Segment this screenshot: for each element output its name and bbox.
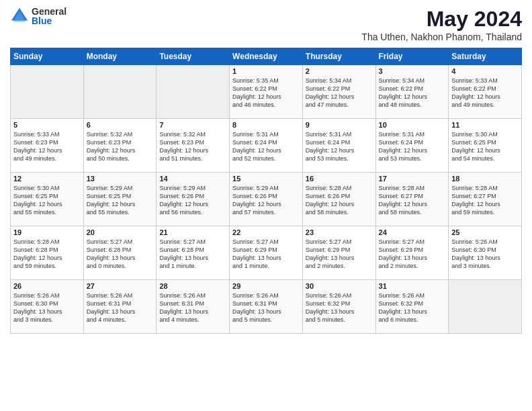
calendar-cell: 30Sunrise: 5:26 AM Sunset: 6:32 PM Dayli… (302, 280, 375, 334)
day-number: 4 (451, 67, 519, 75)
calendar-cell: 13Sunrise: 5:29 AM Sunset: 6:25 PM Dayli… (83, 173, 157, 226)
calendar-cell: 18Sunrise: 5:28 AM Sunset: 6:27 PM Dayli… (449, 173, 522, 226)
day-info: Sunrise: 5:29 AM Sunset: 6:25 PM Dayligh… (87, 184, 154, 217)
day-number: 5 (13, 121, 81, 129)
calendar-cell: 9Sunrise: 5:31 AM Sunset: 6:24 PM Daylig… (302, 119, 375, 173)
calendar-cell: 14Sunrise: 5:29 AM Sunset: 6:26 PM Dayli… (157, 173, 230, 226)
day-number: 19 (13, 228, 81, 236)
calendar-cell: 29Sunrise: 5:26 AM Sunset: 6:31 PM Dayli… (230, 280, 303, 334)
day-number: 12 (13, 175, 81, 183)
calendar-cell: 31Sunrise: 5:26 AM Sunset: 6:32 PM Dayli… (375, 280, 449, 334)
day-number: 24 (379, 228, 446, 236)
calendar-cell: 17Sunrise: 5:28 AM Sunset: 6:27 PM Dayli… (375, 173, 449, 226)
calendar-cell: 26Sunrise: 5:26 AM Sunset: 6:30 PM Dayli… (11, 280, 84, 334)
calendar-cell: 11Sunrise: 5:30 AM Sunset: 6:25 PM Dayli… (449, 119, 522, 173)
calendar-cell: 24Sunrise: 5:27 AM Sunset: 6:29 PM Dayli… (375, 226, 449, 280)
day-number: 22 (232, 228, 300, 236)
day-number: 31 (379, 282, 446, 290)
day-number: 30 (306, 282, 373, 290)
calendar-cell (83, 65, 157, 119)
day-number: 9 (306, 121, 373, 129)
day-number: 29 (232, 282, 300, 290)
calendar-table: SundayMondayTuesdayWednesdayThursdayFrid… (10, 48, 522, 334)
day-info: Sunrise: 5:30 AM Sunset: 6:25 PM Dayligh… (451, 130, 519, 163)
day-info: Sunrise: 5:27 AM Sunset: 6:29 PM Dayligh… (306, 238, 373, 271)
day-info: Sunrise: 5:35 AM Sunset: 6:22 PM Dayligh… (232, 77, 300, 109)
day-number: 15 (232, 175, 300, 183)
calendar-cell (11, 65, 84, 119)
header-wednesday: Wednesday (230, 48, 303, 65)
calendar-cell: 3Sunrise: 5:34 AM Sunset: 6:22 PM Daylig… (375, 65, 449, 119)
day-info: Sunrise: 5:27 AM Sunset: 6:29 PM Dayligh… (232, 238, 300, 271)
calendar-cell: 8Sunrise: 5:31 AM Sunset: 6:24 PM Daylig… (230, 119, 303, 173)
day-info: Sunrise: 5:26 AM Sunset: 6:30 PM Dayligh… (13, 291, 81, 324)
day-number: 27 (87, 282, 154, 290)
calendar-cell: 6Sunrise: 5:32 AM Sunset: 6:23 PM Daylig… (83, 119, 157, 173)
day-number: 2 (306, 67, 373, 75)
day-info: Sunrise: 5:30 AM Sunset: 6:25 PM Dayligh… (13, 184, 81, 217)
calendar-week-row: 5Sunrise: 5:33 AM Sunset: 6:23 PM Daylig… (11, 119, 522, 173)
calendar-cell: 2Sunrise: 5:34 AM Sunset: 6:22 PM Daylig… (302, 65, 375, 119)
day-info: Sunrise: 5:28 AM Sunset: 6:26 PM Dayligh… (306, 184, 373, 217)
calendar-cell (157, 65, 230, 119)
day-number: 23 (306, 228, 373, 236)
day-number: 26 (13, 282, 81, 290)
day-info: Sunrise: 5:26 AM Sunset: 6:31 PM Dayligh… (87, 291, 154, 324)
calendar-cell: 27Sunrise: 5:26 AM Sunset: 6:31 PM Dayli… (83, 280, 157, 334)
day-number: 10 (379, 121, 446, 129)
day-info: Sunrise: 5:28 AM Sunset: 6:27 PM Dayligh… (451, 184, 519, 217)
day-number: 17 (379, 175, 446, 183)
logo-text: General Blue (32, 7, 66, 26)
day-info: Sunrise: 5:26 AM Sunset: 6:31 PM Dayligh… (159, 291, 226, 324)
day-number: 28 (159, 282, 226, 290)
location-subtitle: Tha Uthen, Nakhon Phanom, Thailand (361, 32, 522, 42)
day-number: 11 (451, 121, 519, 129)
calendar-week-row: 12Sunrise: 5:30 AM Sunset: 6:25 PM Dayli… (11, 173, 522, 226)
header-thursday: Thursday (302, 48, 375, 65)
day-number: 8 (232, 121, 300, 129)
calendar-cell (449, 280, 522, 334)
header-sunday: Sunday (11, 48, 84, 65)
header-monday: Monday (83, 48, 157, 65)
calendar-cell: 4Sunrise: 5:33 AM Sunset: 6:22 PM Daylig… (449, 65, 522, 119)
logo-blue-label: Blue (32, 16, 66, 26)
logo-icon (10, 7, 29, 26)
calendar-cell: 21Sunrise: 5:27 AM Sunset: 6:28 PM Dayli… (157, 226, 230, 280)
day-number: 25 (451, 228, 519, 236)
day-number: 13 (87, 175, 154, 183)
calendar-cell: 1Sunrise: 5:35 AM Sunset: 6:22 PM Daylig… (230, 65, 303, 119)
calendar-cell: 7Sunrise: 5:32 AM Sunset: 6:23 PM Daylig… (157, 119, 230, 173)
day-info: Sunrise: 5:29 AM Sunset: 6:26 PM Dayligh… (159, 184, 226, 217)
calendar-cell: 10Sunrise: 5:31 AM Sunset: 6:24 PM Dayli… (375, 119, 449, 173)
calendar-cell: 23Sunrise: 5:27 AM Sunset: 6:29 PM Dayli… (302, 226, 375, 280)
day-info: Sunrise: 5:26 AM Sunset: 6:32 PM Dayligh… (379, 291, 446, 324)
calendar-week-row: 26Sunrise: 5:26 AM Sunset: 6:30 PM Dayli… (11, 280, 522, 334)
calendar-cell: 22Sunrise: 5:27 AM Sunset: 6:29 PM Dayli… (230, 226, 303, 280)
month-year-title: May 2024 (361, 7, 522, 32)
calendar-cell: 28Sunrise: 5:26 AM Sunset: 6:31 PM Dayli… (157, 280, 230, 334)
calendar-cell: 20Sunrise: 5:27 AM Sunset: 6:28 PM Dayli… (83, 226, 157, 280)
day-number: 7 (159, 121, 226, 129)
day-info: Sunrise: 5:31 AM Sunset: 6:24 PM Dayligh… (232, 130, 300, 163)
calendar-cell: 5Sunrise: 5:33 AM Sunset: 6:23 PM Daylig… (11, 119, 84, 173)
title-block: May 2024 Tha Uthen, Nakhon Phanom, Thail… (361, 7, 522, 42)
day-number: 18 (451, 175, 519, 183)
day-info: Sunrise: 5:33 AM Sunset: 6:23 PM Dayligh… (13, 130, 81, 163)
calendar-cell: 25Sunrise: 5:26 AM Sunset: 6:30 PM Dayli… (449, 226, 522, 280)
day-info: Sunrise: 5:29 AM Sunset: 6:26 PM Dayligh… (232, 184, 300, 217)
day-info: Sunrise: 5:27 AM Sunset: 6:29 PM Dayligh… (379, 238, 446, 271)
logo-general-label: General (32, 7, 66, 16)
calendar-cell: 19Sunrise: 5:28 AM Sunset: 6:28 PM Dayli… (11, 226, 84, 280)
day-info: Sunrise: 5:26 AM Sunset: 6:32 PM Dayligh… (306, 291, 373, 324)
day-info: Sunrise: 5:31 AM Sunset: 6:24 PM Dayligh… (379, 130, 446, 163)
header-tuesday: Tuesday (157, 48, 230, 65)
day-info: Sunrise: 5:28 AM Sunset: 6:27 PM Dayligh… (379, 184, 446, 217)
day-number: 1 (232, 67, 300, 75)
calendar-week-row: 1Sunrise: 5:35 AM Sunset: 6:22 PM Daylig… (11, 65, 522, 119)
calendar-cell: 12Sunrise: 5:30 AM Sunset: 6:25 PM Dayli… (11, 173, 84, 226)
day-info: Sunrise: 5:27 AM Sunset: 6:28 PM Dayligh… (87, 238, 154, 271)
calendar-header-row: SundayMondayTuesdayWednesdayThursdayFrid… (11, 48, 522, 65)
day-number: 20 (87, 228, 154, 236)
day-number: 6 (87, 121, 154, 129)
calendar-cell: 16Sunrise: 5:28 AM Sunset: 6:26 PM Dayli… (302, 173, 375, 226)
